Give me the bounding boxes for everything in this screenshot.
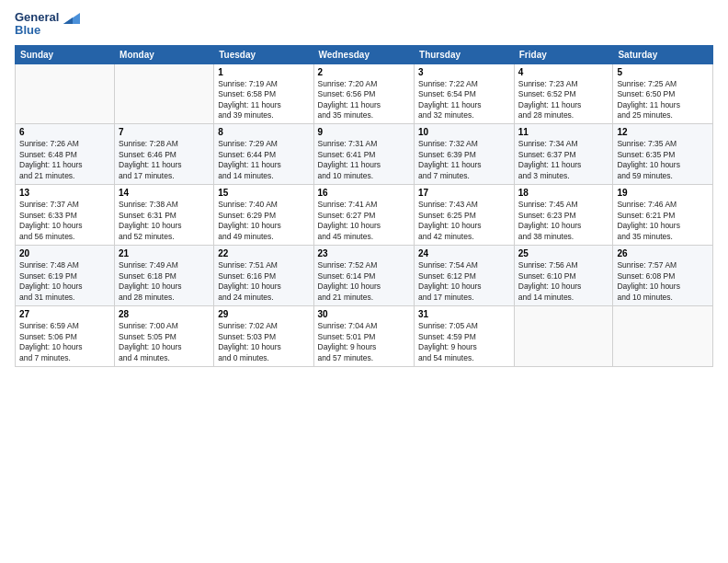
day-detail: Sunrise: 7:32 AM Sunset: 6:39 PM Dayligh… <box>418 139 510 181</box>
day-detail: Sunrise: 7:19 AM Sunset: 6:58 PM Dayligh… <box>218 79 309 121</box>
calendar-cell: 12Sunrise: 7:35 AM Sunset: 6:35 PM Dayli… <box>613 124 713 185</box>
day-detail: Sunrise: 7:28 AM Sunset: 6:46 PM Dayligh… <box>119 139 210 181</box>
calendar-cell <box>16 63 115 124</box>
calendar-cell: 30Sunrise: 7:04 AM Sunset: 5:01 PM Dayli… <box>313 306 414 367</box>
day-number: 14 <box>119 188 210 198</box>
day-detail: Sunrise: 7:45 AM Sunset: 6:23 PM Dayligh… <box>518 200 609 242</box>
day-number: 15 <box>218 188 309 198</box>
calendar-cell <box>613 306 713 367</box>
day-number: 23 <box>318 248 410 259</box>
logo-svg: General Blue <box>15 11 80 38</box>
calendar-cell: 24Sunrise: 7:54 AM Sunset: 6:12 PM Dayli… <box>415 246 515 306</box>
day-number: 6 <box>19 127 110 137</box>
calendar-cell: 31Sunrise: 7:05 AM Sunset: 4:59 PM Dayli… <box>415 306 515 367</box>
calendar-cell: 16Sunrise: 7:41 AM Sunset: 6:27 PM Dayli… <box>313 185 414 246</box>
day-number: 8 <box>218 127 309 137</box>
calendar-cell: 25Sunrise: 7:56 AM Sunset: 6:10 PM Dayli… <box>514 246 613 306</box>
day-number: 11 <box>518 127 609 137</box>
calendar-cell: 2Sunrise: 7:20 AM Sunset: 6:56 PM Daylig… <box>313 63 414 124</box>
calendar-cell: 8Sunrise: 7:29 AM Sunset: 6:44 PM Daylig… <box>214 124 313 185</box>
day-number: 3 <box>418 67 510 77</box>
day-number: 1 <box>218 67 309 77</box>
calendar-cell <box>514 306 613 367</box>
col-header-monday: Monday <box>115 45 214 63</box>
day-number: 10 <box>418 127 510 137</box>
day-detail: Sunrise: 7:05 AM Sunset: 4:59 PM Dayligh… <box>418 321 510 363</box>
day-number: 28 <box>119 309 210 319</box>
day-detail: Sunrise: 7:35 AM Sunset: 6:35 PM Dayligh… <box>617 139 709 181</box>
calendar-cell: 3Sunrise: 7:22 AM Sunset: 6:54 PM Daylig… <box>415 63 515 124</box>
day-number: 22 <box>218 248 309 259</box>
day-number: 18 <box>518 188 609 198</box>
day-detail: Sunrise: 7:41 AM Sunset: 6:27 PM Dayligh… <box>318 200 410 242</box>
calendar-cell: 20Sunrise: 7:48 AM Sunset: 6:19 PM Dayli… <box>16 246 115 306</box>
day-number: 31 <box>418 309 510 319</box>
day-number: 13 <box>19 188 110 198</box>
day-detail: Sunrise: 7:48 AM Sunset: 6:19 PM Dayligh… <box>19 260 110 303</box>
day-number: 5 <box>617 67 709 77</box>
calendar-cell: 5Sunrise: 7:25 AM Sunset: 6:50 PM Daylig… <box>613 63 713 124</box>
day-detail: Sunrise: 7:34 AM Sunset: 6:37 PM Dayligh… <box>518 139 609 181</box>
col-header-thursday: Thursday <box>415 45 515 63</box>
page-header: General Blue <box>15 11 713 38</box>
day-detail: Sunrise: 7:26 AM Sunset: 6:48 PM Dayligh… <box>19 139 110 181</box>
day-number: 27 <box>19 309 110 319</box>
calendar-cell: 14Sunrise: 7:38 AM Sunset: 6:31 PM Dayli… <box>115 185 214 246</box>
col-header-wednesday: Wednesday <box>313 45 414 63</box>
col-header-tuesday: Tuesday <box>214 45 313 63</box>
day-number: 20 <box>19 248 110 259</box>
calendar-cell: 6Sunrise: 7:26 AM Sunset: 6:48 PM Daylig… <box>16 124 115 185</box>
day-number: 12 <box>617 127 709 137</box>
calendar-cell: 9Sunrise: 7:31 AM Sunset: 6:41 PM Daylig… <box>313 124 414 185</box>
calendar-cell: 1Sunrise: 7:19 AM Sunset: 6:58 PM Daylig… <box>214 63 313 124</box>
logo: General Blue <box>15 11 80 38</box>
day-detail: Sunrise: 7:52 AM Sunset: 6:14 PM Dayligh… <box>318 260 410 303</box>
col-header-friday: Friday <box>514 45 613 63</box>
day-number: 29 <box>218 309 309 319</box>
day-detail: Sunrise: 7:20 AM Sunset: 6:56 PM Dayligh… <box>318 79 410 121</box>
day-number: 7 <box>119 127 210 137</box>
day-detail: Sunrise: 7:46 AM Sunset: 6:21 PM Dayligh… <box>617 200 709 242</box>
calendar-cell <box>115 63 214 124</box>
day-detail: Sunrise: 7:25 AM Sunset: 6:50 PM Dayligh… <box>617 79 709 121</box>
day-detail: Sunrise: 6:59 AM Sunset: 5:06 PM Dayligh… <box>19 321 110 363</box>
day-number: 16 <box>318 188 410 198</box>
day-number: 21 <box>119 248 210 259</box>
col-header-saturday: Saturday <box>613 45 713 63</box>
calendar-cell: 19Sunrise: 7:46 AM Sunset: 6:21 PM Dayli… <box>613 185 713 246</box>
day-number: 9 <box>318 127 410 137</box>
day-number: 17 <box>418 188 510 198</box>
calendar-cell: 26Sunrise: 7:57 AM Sunset: 6:08 PM Dayli… <box>613 246 713 306</box>
calendar-cell: 18Sunrise: 7:45 AM Sunset: 6:23 PM Dayli… <box>514 185 613 246</box>
calendar-cell: 27Sunrise: 6:59 AM Sunset: 5:06 PM Dayli… <box>16 306 115 367</box>
day-detail: Sunrise: 7:22 AM Sunset: 6:54 PM Dayligh… <box>418 79 510 121</box>
calendar-cell: 15Sunrise: 7:40 AM Sunset: 6:29 PM Dayli… <box>214 185 313 246</box>
day-number: 24 <box>418 248 510 259</box>
day-detail: Sunrise: 7:02 AM Sunset: 5:03 PM Dayligh… <box>218 321 309 363</box>
day-detail: Sunrise: 7:04 AM Sunset: 5:01 PM Dayligh… <box>318 321 410 363</box>
day-detail: Sunrise: 7:49 AM Sunset: 6:18 PM Dayligh… <box>119 260 210 303</box>
day-detail: Sunrise: 7:31 AM Sunset: 6:41 PM Dayligh… <box>318 139 410 181</box>
day-detail: Sunrise: 7:51 AM Sunset: 6:16 PM Dayligh… <box>218 260 309 303</box>
calendar-cell: 4Sunrise: 7:23 AM Sunset: 6:52 PM Daylig… <box>514 63 613 124</box>
day-detail: Sunrise: 7:56 AM Sunset: 6:10 PM Dayligh… <box>518 260 609 303</box>
day-number: 2 <box>318 67 410 77</box>
calendar-cell: 29Sunrise: 7:02 AM Sunset: 5:03 PM Dayli… <box>214 306 313 367</box>
day-detail: Sunrise: 7:37 AM Sunset: 6:33 PM Dayligh… <box>19 200 110 242</box>
day-detail: Sunrise: 7:29 AM Sunset: 6:44 PM Dayligh… <box>218 139 309 181</box>
col-header-sunday: Sunday <box>16 45 115 63</box>
calendar-cell: 22Sunrise: 7:51 AM Sunset: 6:16 PM Dayli… <box>214 246 313 306</box>
calendar-cell: 10Sunrise: 7:32 AM Sunset: 6:39 PM Dayli… <box>415 124 515 185</box>
calendar-cell: 11Sunrise: 7:34 AM Sunset: 6:37 PM Dayli… <box>514 124 613 185</box>
calendar-table: SundayMondayTuesdayWednesdayThursdayFrid… <box>15 45 713 367</box>
day-detail: Sunrise: 7:54 AM Sunset: 6:12 PM Dayligh… <box>418 260 510 303</box>
day-number: 19 <box>617 188 709 198</box>
day-number: 30 <box>318 309 410 319</box>
day-detail: Sunrise: 7:57 AM Sunset: 6:08 PM Dayligh… <box>617 260 709 303</box>
calendar-cell: 17Sunrise: 7:43 AM Sunset: 6:25 PM Dayli… <box>415 185 515 246</box>
day-number: 26 <box>617 248 709 259</box>
day-detail: Sunrise: 7:23 AM Sunset: 6:52 PM Dayligh… <box>518 79 609 121</box>
calendar-cell: 23Sunrise: 7:52 AM Sunset: 6:14 PM Dayli… <box>313 246 414 306</box>
calendar-cell: 28Sunrise: 7:00 AM Sunset: 5:05 PM Dayli… <box>115 306 214 367</box>
calendar-cell: 21Sunrise: 7:49 AM Sunset: 6:18 PM Dayli… <box>115 246 214 306</box>
